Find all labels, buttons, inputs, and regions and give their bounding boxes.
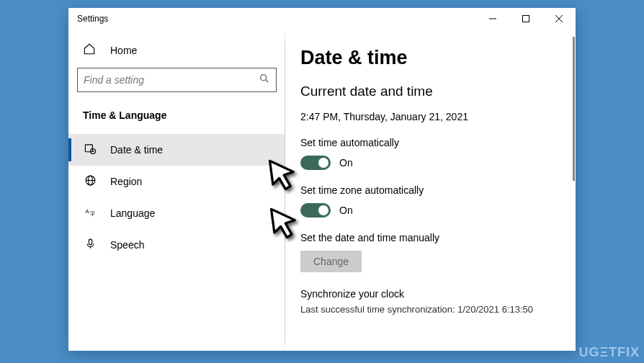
sidebar-item-label: Speech [110,239,144,251]
set-time-auto-state: On [339,157,353,169]
sidebar-item-label: Region [110,176,142,187]
sync-status: Last successful time synchronization: 1/… [300,304,576,315]
svg-rect-6 [85,145,92,152]
svg-line-9 [93,151,94,152]
section-label: Time & Language [68,102,285,134]
sidebar-item-label: Date & time [110,144,163,156]
language-icon: A字 [83,206,97,220]
watermark: UGΞTFIX [578,345,640,360]
home-icon [83,42,97,58]
svg-line-5 [266,80,268,82]
maximize-button[interactable] [509,8,542,30]
set-time-auto-label: Set time automatically [300,137,576,148]
minimize-button[interactable] [476,8,509,30]
microphone-icon [83,238,97,252]
calendar-clock-icon [83,143,97,157]
sidebar-item-region[interactable]: Region [68,166,285,197]
window-controls [476,8,576,30]
search-icon [259,73,270,87]
window-title: Settings [77,14,108,24]
search-box[interactable] [77,68,277,92]
current-datetime: 2:47 PM, Thursday, January 21, 2021 [300,111,576,122]
sidebar-item-language[interactable]: A字 Language [68,197,285,229]
set-time-auto-toggle[interactable] [300,156,331,170]
svg-rect-1 [523,16,529,22]
home-nav[interactable]: Home [68,35,285,68]
sidebar-item-date-time[interactable]: Date & time [68,134,285,166]
home-label: Home [110,45,137,56]
section-heading: Current date and time [300,84,576,99]
set-tz-auto-state: On [339,205,353,216]
svg-point-4 [261,75,267,81]
page-title: Date & time [300,47,576,69]
set-manual-label: Set the date and time manually [300,232,576,243]
sync-heading: Synchronize your clock [300,288,576,300]
change-button[interactable]: Change [300,251,362,272]
set-tz-auto-label: Set time zone automatically [300,184,576,196]
globe-icon [83,174,97,189]
close-button[interactable] [542,8,576,30]
set-tz-auto-toggle[interactable] [300,203,331,218]
svg-rect-15 [89,239,91,245]
svg-text:A: A [85,208,89,215]
search-input[interactable] [84,74,259,86]
scrollbar[interactable] [573,37,575,181]
sidebar: Home Time & Language Date & time [68,30,286,351]
settings-window: Settings Home [68,8,576,351]
sidebar-item-speech[interactable]: Speech [68,229,285,261]
sidebar-item-label: Language [110,207,155,219]
svg-text:字: 字 [89,211,94,217]
titlebar: Settings [68,8,576,30]
main-panel: Date & time Current date and time 2:47 P… [286,30,576,351]
